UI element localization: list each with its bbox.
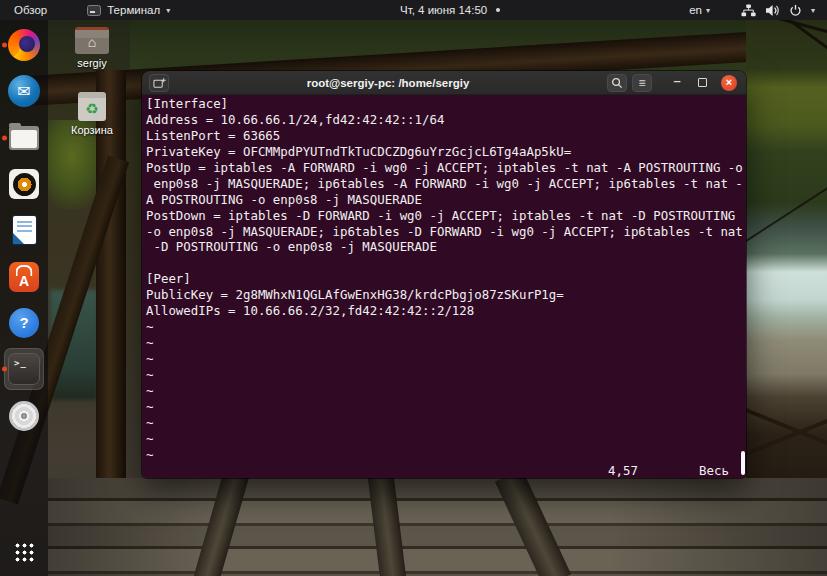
terminal-line: ~ — [146, 399, 746, 415]
keyboard-layout-indicator[interactable]: en ▾ — [689, 4, 710, 16]
rhythmbox-icon — [9, 169, 39, 199]
dock-item-help[interactable]: ? — [0, 300, 48, 346]
terminal-line: AllowedIPs = 10.66.66.2/32,fd42:42:42::2… — [146, 303, 746, 319]
chevron-down-icon: ▾ — [706, 6, 710, 15]
terminal-line: [Peer] — [146, 271, 746, 287]
envelope-icon: ✉ — [17, 82, 30, 101]
clock[interactable]: Чт, 4 июня 14:50 — [400, 0, 500, 20]
terminal-line: ~ — [146, 415, 746, 431]
new-tab-button[interactable] — [149, 74, 169, 92]
firefox-icon — [8, 29, 40, 61]
wallpaper-deck-beam — [367, 478, 407, 576]
dock-item-terminal[interactable]: >_ — [0, 346, 48, 392]
terminal-line: [Interface] — [146, 96, 746, 112]
software-letter: A — [19, 274, 29, 288]
terminal-window: root@sergiy-pc: /home/sergiy ≡ – × [Inte… — [142, 71, 746, 478]
desktop-icon-home[interactable]: ⌂ sergiy — [63, 27, 121, 69]
status-icons[interactable]: ▾ — [741, 4, 815, 17]
terminal-line: ~ — [146, 447, 746, 463]
maximize-button[interactable] — [692, 74, 712, 92]
question-mark: ? — [19, 314, 28, 331]
prompt-glyph: >_ — [14, 358, 27, 368]
search-icon — [611, 77, 623, 89]
terminal-scrollbar[interactable] — [741, 451, 745, 475]
dock-item-files[interactable] — [0, 115, 48, 161]
minimize-icon: – — [673, 73, 680, 88]
notification-dot — [496, 8, 500, 12]
terminal-line — [146, 255, 746, 271]
hamburger-icon: ≡ — [638, 76, 645, 90]
dock-item-disc[interactable] — [0, 392, 48, 438]
terminal-line: ListenPort = 63665 — [146, 128, 746, 144]
terminal-line: -D POSTROUTING -o enp0s8 -j MASQUERADE — [146, 239, 746, 255]
running-indicator — [2, 43, 7, 48]
terminal-line: Address = 10.66.66.1/24,fd42:42:42::1/64 — [146, 112, 746, 128]
ubuntu-software-icon: A — [9, 262, 39, 292]
terminal-line: PublicKey = 2g8MWhxN1QGLAfGwEnxHG38/krdc… — [146, 287, 746, 303]
search-button[interactable] — [607, 74, 627, 92]
desktop-icon-trash[interactable]: ♻ Корзина — [63, 92, 121, 136]
new-tab-icon — [153, 77, 166, 89]
power-icon — [789, 4, 802, 17]
close-icon: × — [721, 75, 737, 91]
show-applications-button[interactable] — [14, 542, 34, 562]
help-icon: ? — [9, 308, 39, 338]
dock-item-libreoffice-writer[interactable] — [0, 207, 48, 253]
minimize-button[interactable]: – — [667, 74, 687, 92]
terminal-line: PostDown = iptables -D FORWARD -i wg0 -j… — [146, 208, 746, 224]
running-indicator — [2, 135, 7, 140]
keyboard-layout-label: en — [689, 4, 702, 16]
vim-scroll-indicator: Весь — [699, 463, 729, 478]
terminal-line: PostUp = iptables -A FORWARD -i wg0 -j A… — [146, 160, 746, 176]
wallpaper-bridge-deck — [48, 478, 827, 576]
terminal-line: ~ — [146, 431, 746, 447]
terminal-line: enp0s8 -j MASQUERADE; ip6tables -A FORWA… — [146, 176, 746, 192]
thunderbird-icon: ✉ — [8, 75, 40, 107]
terminal-line: ~ — [146, 335, 746, 351]
clock-label: Чт, 4 июня 14:50 — [400, 4, 487, 16]
home-folder-icon: ⌂ — [75, 27, 109, 54]
system-status-area[interactable]: en ▾ ▾ — [689, 0, 827, 20]
menu-button[interactable]: ≡ — [632, 74, 652, 92]
app-menu[interactable]: Терминал ▾ — [87, 0, 170, 20]
window-title: root@sergiy-pc: /home/sergiy — [174, 77, 602, 89]
terminal-line: ~ — [146, 351, 746, 367]
wallpaper-deck-beam — [193, 478, 250, 576]
activities-button[interactable]: Обзор — [0, 0, 61, 20]
dock-item-thunderbird[interactable]: ✉ — [0, 68, 48, 114]
terminal-content[interactable]: [Interface]Address = 10.66.66.1/24,fd42:… — [142, 95, 746, 478]
wallpaper-deck-beam — [495, 478, 571, 576]
dock-item-rhythmbox[interactable] — [0, 161, 48, 207]
network-wired-icon — [741, 4, 756, 17]
dock-item-firefox[interactable] — [0, 22, 48, 68]
terminal-line: ~ — [146, 383, 746, 399]
vim-status-line: "/etc/wireguard/wg0.conf" 10L, 638C 4,57… — [146, 463, 746, 478]
home-glyph: ⌂ — [88, 35, 96, 49]
terminal-line: A POSTROUTING -o enp0s8 -j MASQUERADE — [146, 192, 746, 208]
maximize-icon — [698, 78, 707, 87]
terminal-icon: >_ — [8, 353, 40, 385]
desktop: Обзор Терминал ▾ Чт, 4 июня 14:50 en ▾ — [0, 0, 827, 576]
disc-icon — [9, 401, 39, 431]
top-bar: Обзор Терминал ▾ Чт, 4 июня 14:50 en ▾ — [0, 0, 827, 20]
app-menu-label: Терминал — [107, 4, 160, 16]
files-icon — [9, 126, 39, 150]
vim-cursor-position: 4,57 — [608, 463, 638, 478]
terminal-titlebar[interactable]: root@sergiy-pc: /home/sergiy ≡ – × — [142, 71, 746, 95]
volume-icon — [765, 4, 780, 17]
running-indicator — [2, 367, 7, 372]
trash-icon: ♻ — [78, 92, 106, 121]
desktop-icon-label: Корзина — [71, 124, 113, 136]
close-button[interactable]: × — [719, 74, 739, 92]
chevron-down-icon: ▾ — [166, 6, 170, 15]
wallpaper-river-scene — [746, 18, 827, 480]
terminal-line: ~ — [146, 319, 746, 335]
terminal-line: ~ — [146, 367, 746, 383]
dock: ✉ A ? >_ — [0, 20, 48, 576]
recycle-glyph: ♻ — [85, 101, 98, 116]
desktop-icon-label: sergiy — [77, 57, 106, 69]
terminal-mini-icon — [87, 5, 101, 16]
chevron-down-icon: ▾ — [811, 6, 815, 15]
dock-item-ubuntu-software[interactable]: A — [0, 253, 48, 299]
terminal-line: PrivateKey = OFCMMpdPYUTndTkTuCDCZDg6uYr… — [146, 144, 746, 160]
